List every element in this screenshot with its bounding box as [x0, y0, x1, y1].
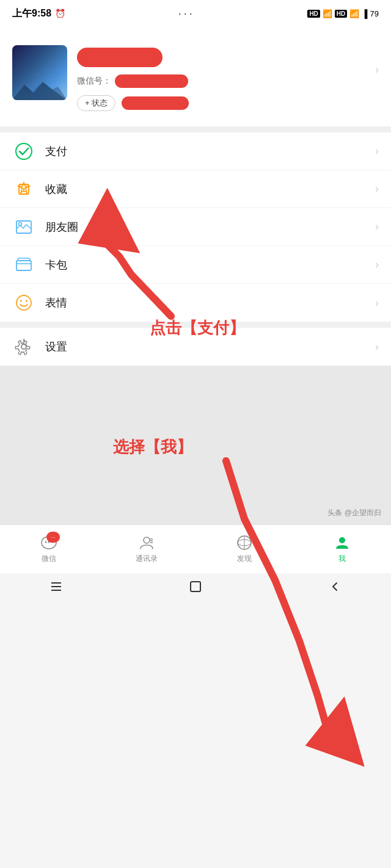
- menu-item-moments[interactable]: 朋友圈 ›: [0, 208, 391, 246]
- settings-chevron-icon: ›: [375, 341, 379, 353]
- svg-marker-1: [12, 84, 67, 100]
- status-left: 上午9:58 ⏰: [12, 7, 65, 20]
- profile-name-redacted: [77, 48, 163, 67]
- svg-rect-29: [191, 582, 200, 591]
- svg-point-18: [144, 537, 150, 543]
- bottom-gray-area: 头条 @企望而归: [0, 366, 391, 524]
- back-button[interactable]: [327, 579, 342, 594]
- discover-nav-label: 发现: [237, 554, 252, 564]
- payment-icon: [12, 140, 35, 163]
- collect-label: 收藏: [45, 182, 375, 197]
- settings-icon: [12, 335, 35, 358]
- home-button[interactable]: [188, 579, 203, 594]
- emoji-chevron-icon: ›: [375, 297, 379, 309]
- profile-section[interactable]: 微信号： + 状态 ›: [0, 27, 391, 126]
- me-nav-icon: [334, 534, 351, 551]
- svg-point-11: [21, 344, 26, 349]
- moments-label: 朋友圈: [45, 220, 375, 234]
- battery-level: 79: [370, 9, 379, 18]
- hd-badge: HD: [307, 10, 320, 18]
- menu-item-collect[interactable]: 收藏 ›: [0, 170, 391, 208]
- contacts-nav-icon: [138, 534, 155, 551]
- separator-2: [0, 322, 391, 328]
- system-bar: [0, 573, 391, 600]
- status-dots: ···: [178, 7, 195, 20]
- moments-chevron-icon: ›: [375, 220, 379, 233]
- menu-item-settings[interactable]: 设置 ›: [0, 328, 391, 366]
- menu-button[interactable]: [49, 579, 64, 594]
- status-text-redacted: [122, 96, 189, 110]
- profile-wechat-row: 微信号：: [77, 74, 365, 88]
- bottom-nav: ··· 微信 通讯录: [0, 524, 391, 573]
- profile-info: 微信号： + 状态: [77, 45, 365, 111]
- signal-4g: 📶: [323, 9, 332, 18]
- svg-point-15: [45, 541, 47, 543]
- menu-section: 支付 › 收藏 › 朋友圈: [0, 132, 391, 322]
- status-time: 上午9:58: [12, 7, 51, 20]
- battery-icon: ▐: [362, 9, 367, 18]
- nav-item-wechat[interactable]: ··· 微信: [0, 534, 98, 564]
- status-right: HD 📶 HD 📶 ▐ 79: [307, 9, 379, 18]
- card-chevron-icon: ›: [375, 258, 379, 271]
- collect-chevron-icon: ›: [375, 183, 379, 195]
- collect-icon: [12, 178, 35, 201]
- discover-nav-icon: [236, 534, 253, 551]
- svg-point-5: [19, 222, 22, 225]
- emoji-icon: [12, 291, 35, 314]
- alarm-icon: ⏰: [55, 9, 65, 18]
- discover-badge: [249, 533, 254, 538]
- nav-item-contacts[interactable]: 通讯录: [98, 534, 196, 564]
- settings-label: 设置: [45, 339, 375, 354]
- profile-status-row: + 状态: [77, 95, 365, 111]
- wechat-label: 微信号：: [77, 76, 111, 87]
- svg-point-2: [16, 143, 32, 159]
- avatar: [12, 45, 67, 100]
- card-icon: [12, 253, 35, 277]
- svg-rect-6: [16, 261, 31, 270]
- hd-badge-2: HD: [335, 10, 347, 18]
- wechat-badge: ···: [46, 532, 60, 543]
- nav-item-me[interactable]: 我: [293, 534, 391, 564]
- profile-chevron-icon: ›: [375, 63, 379, 76]
- add-status-button[interactable]: + 状态: [77, 95, 115, 111]
- svg-point-10: [26, 300, 27, 302]
- me-nav-label: 我: [338, 554, 346, 564]
- wechat-id-redacted: [115, 74, 188, 88]
- card-label: 卡包: [45, 258, 375, 272]
- signal-5g: 📶: [349, 9, 359, 18]
- contacts-nav-label: 通讯录: [136, 554, 158, 564]
- svg-point-8: [16, 295, 31, 310]
- status-bar: 上午9:58 ⏰ ··· HD 📶 HD 📶 ▐ 79: [0, 0, 391, 27]
- svg-point-9: [20, 300, 22, 302]
- nav-item-discover[interactable]: 发现: [196, 534, 293, 564]
- wechat-nav-label: 微信: [42, 554, 56, 564]
- menu-item-emoji[interactable]: 表情 ›: [0, 284, 391, 322]
- menu-item-payment[interactable]: 支付 ›: [0, 132, 391, 170]
- watermark: 头条 @企望而归: [327, 508, 381, 518]
- separator-1: [0, 126, 391, 132]
- emoji-label: 表情: [45, 295, 375, 310]
- svg-point-25: [339, 537, 345, 543]
- payment-label: 支付: [45, 144, 375, 159]
- settings-section: 设置 ›: [0, 328, 391, 366]
- menu-item-card[interactable]: 卡包 ›: [0, 246, 391, 284]
- wechat-nav-icon: ···: [40, 534, 57, 551]
- moments-icon: [12, 215, 35, 239]
- payment-chevron-icon: ›: [375, 145, 379, 157]
